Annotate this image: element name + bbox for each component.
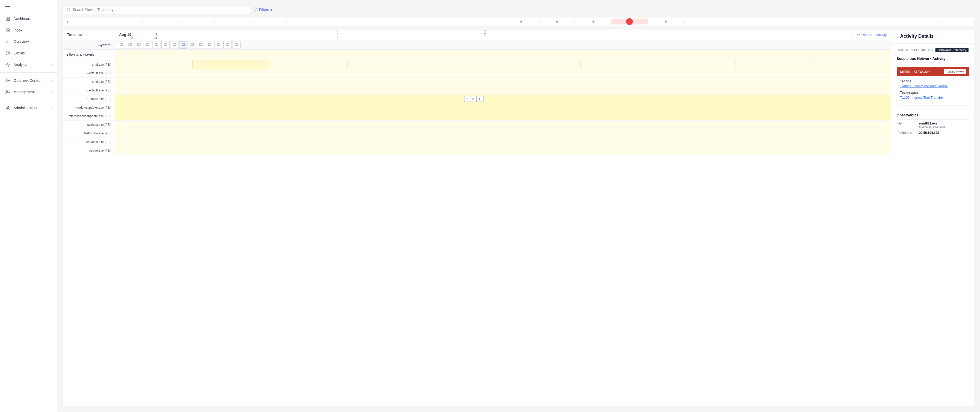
timeline-cell-18[interactable] (792, 19, 828, 24)
timeline-cell-17[interactable] (756, 19, 792, 24)
process-name-3: werfault.exe [PE] (63, 87, 115, 94)
dot-grey-3 (962, 71, 964, 72)
timeline-cell-3[interactable] (143, 19, 178, 24)
observable-ip-values: 20.55.104.122 (919, 131, 939, 135)
sidebar-label-overview: Overview (14, 40, 52, 44)
search-input[interactable] (73, 8, 246, 12)
hamburger-button[interactable] (0, 0, 57, 13)
sidebar-item-overview[interactable]: Overview (0, 36, 57, 48)
process-name-2: cmd.exe [PE] (63, 78, 115, 85)
timeline-cell-dot2[interactable] (539, 19, 576, 24)
sidebar-item-inbox[interactable]: Inbox (0, 24, 57, 36)
system-icon-14[interactable] (232, 41, 240, 48)
process-row-8: taskhostw.exe [PE] (63, 129, 891, 138)
timeline-cell-6[interactable] (251, 19, 287, 24)
timeline-cell-10[interactable] (395, 19, 431, 24)
timeline-cell-7[interactable] (287, 19, 323, 24)
event-icon-3[interactable] (478, 96, 484, 102)
tactics-value[interactable]: TA0011: Command and Control (900, 84, 966, 88)
dot-active (626, 18, 633, 25)
timeline-date: Aug 19 (119, 33, 131, 37)
system-icon-2[interactable] (126, 41, 134, 48)
filters-button[interactable]: Filters ▾ (253, 8, 272, 12)
timeline-cell-1[interactable] (70, 19, 107, 24)
chevron-right-icon-4: › (51, 106, 52, 109)
system-row: System (63, 40, 891, 50)
system-icon-10[interactable] (197, 41, 205, 48)
process-row-5: windowsupdater.exe [PE] (63, 103, 891, 112)
event-icon-1[interactable] (464, 96, 470, 102)
process-row-1: werfault.exe [PE] (63, 69, 891, 78)
timeline-cell-dot3[interactable] (576, 19, 611, 24)
svg-rect-29 (208, 43, 212, 46)
return-activity-button[interactable]: ↩ Return to activity (853, 29, 891, 40)
svg-point-9 (6, 79, 10, 82)
activity-details-header: ‹ Activity Details (891, 29, 975, 43)
sidebar-item-events[interactable]: Events (0, 48, 57, 59)
timeline-cell-dot4[interactable] (648, 19, 684, 24)
timeline-cell-19[interactable] (828, 19, 864, 24)
system-icon-11[interactable] (206, 41, 214, 48)
sidebar-label-inbox: Inbox (14, 28, 52, 32)
sidebar-item-dashboard[interactable]: Dashboard (0, 13, 57, 24)
activity-back-button[interactable]: ‹ (897, 34, 898, 39)
timeline-cell-2[interactable] (107, 19, 142, 24)
svg-rect-22 (146, 43, 150, 46)
process-name-0: cmd.exe [PE] (63, 61, 115, 68)
system-icon-3[interactable] (135, 41, 143, 48)
system-icon-9[interactable] (188, 41, 196, 48)
timeline-cell-16[interactable] (720, 19, 756, 24)
timeline-cell-12[interactable] (467, 19, 503, 24)
process-timeline-5 (115, 103, 891, 112)
svg-rect-3 (8, 19, 10, 21)
svg-rect-21 (138, 43, 140, 46)
files-network-header: Files & Network (63, 50, 891, 60)
svg-marker-18 (254, 8, 257, 11)
sidebar-item-administration[interactable]: Administration › (0, 102, 57, 114)
techniques-value[interactable]: T1105: Ingress Tool Transfer (900, 95, 966, 100)
svg-rect-35 (479, 98, 482, 100)
timeline-cell-4[interactable] (178, 19, 215, 24)
nav-divider-2 (0, 100, 57, 100)
timeline-cell-active[interactable] (611, 19, 648, 24)
timeline-prev-arrow[interactable]: › (65, 19, 70, 25)
svg-rect-25 (173, 43, 176, 46)
timeline-cell-9[interactable] (359, 19, 395, 24)
svg-rect-26 (182, 43, 185, 46)
sidebar-item-outbreak-control[interactable]: Outbreak Control › (0, 75, 57, 86)
sidebar-item-management[interactable]: Management › (0, 86, 57, 98)
management-icon (5, 89, 10, 95)
timeline-cell-5[interactable] (215, 19, 250, 24)
system-icon-6[interactable] (161, 41, 170, 48)
process-name-6: microsoftedgeupdate.exe [PE] (63, 113, 115, 120)
dot-1 (520, 21, 522, 23)
timeline-cell-21[interactable] (900, 19, 936, 24)
event-icon-2[interactable] (471, 96, 477, 102)
mitre-card: MITRE | ATT&CK® Tactics (897, 67, 969, 106)
search-bar: Filters ▾ (62, 5, 975, 14)
system-label: System (63, 41, 115, 49)
svg-rect-1 (8, 17, 10, 18)
dot-grey-1 (956, 71, 958, 72)
timeline-cell-20[interactable] (864, 19, 900, 24)
process-timeline-7 (115, 120, 891, 129)
system-icon-8-active[interactable] (179, 41, 188, 48)
system-icon-12[interactable] (215, 41, 223, 48)
timeline-cell-15[interactable] (684, 19, 720, 24)
activity-meta: 2024-08-19 13:19:04 UTC Behavioral Telem… (897, 48, 969, 52)
system-icon-5[interactable] (153, 41, 161, 48)
tactics-label: Tactics (900, 79, 966, 83)
timeline-text: Timeline (67, 33, 110, 37)
timeline-cell-22[interactable] (937, 19, 972, 24)
system-icon-13[interactable] (223, 41, 232, 48)
system-icon-4[interactable] (143, 41, 152, 48)
timeline-cell-8[interactable] (323, 19, 359, 24)
system-icon-1[interactable] (117, 41, 126, 48)
timeline-cell-dot1[interactable] (503, 19, 539, 24)
files-network-label: Files & Network (63, 50, 115, 60)
process-row-6: microsoftedgeupdate.exe [PE] (63, 112, 891, 120)
timeline-cell-11[interactable] (431, 19, 467, 24)
sidebar-item-analysis[interactable]: Analysis › (0, 59, 57, 70)
admin-icon (5, 105, 10, 111)
system-icon-7[interactable] (170, 41, 178, 48)
